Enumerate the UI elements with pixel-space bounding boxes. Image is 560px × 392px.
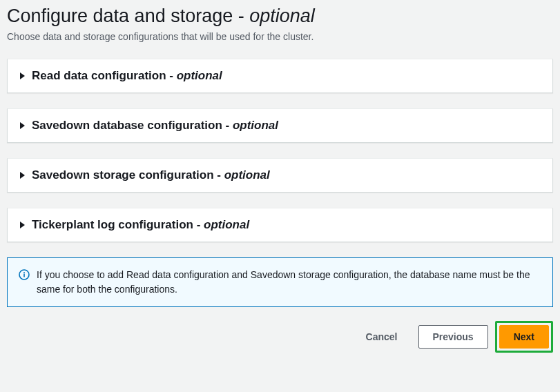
panel-title-savedown-storage: Savedown storage configuration - optiona…	[32, 168, 270, 182]
svg-rect-1	[23, 274, 25, 277]
panel-title-main: Read data configuration -	[32, 69, 177, 82]
page-title-optional: optional	[249, 6, 315, 26]
panel-title-main: Savedown storage configuration -	[32, 168, 224, 182]
previous-button[interactable]: Previous	[418, 325, 488, 349]
panel-title-optional: optional	[224, 168, 270, 182]
info-icon	[19, 269, 30, 280]
panel-title-optional: optional	[177, 69, 222, 82]
panel-title-optional: optional	[204, 218, 249, 231]
panel-toggle-tickerplant-log[interactable]: Tickerplant log configuration - optional	[20, 218, 540, 232]
panel-title-main: Tickerplant log configuration -	[32, 218, 204, 231]
caret-right-icon	[20, 122, 25, 129]
panel-title-read-data: Read data configuration - optional	[32, 69, 222, 83]
info-alert: If you choose to add Read data configura…	[7, 257, 553, 307]
panel-savedown-database: Savedown database configuration - option…	[7, 108, 553, 143]
panel-read-data: Read data configuration - optional	[7, 59, 553, 93]
panel-savedown-storage: Savedown storage configuration - optiona…	[7, 158, 553, 193]
panel-toggle-read-data[interactable]: Read data configuration - optional	[20, 69, 540, 83]
page-subtext: Choose data and storage configurations t…	[7, 31, 553, 42]
panel-toggle-savedown-storage[interactable]: Savedown storage configuration - optiona…	[20, 168, 540, 182]
caret-right-icon	[20, 172, 25, 179]
next-button-highlight: Next	[495, 321, 553, 353]
cancel-button[interactable]: Cancel	[352, 326, 412, 348]
panel-title-optional: optional	[233, 119, 278, 132]
panel-title-savedown-database: Savedown database configuration - option…	[32, 119, 278, 133]
next-button[interactable]: Next	[499, 325, 549, 349]
panel-title-main: Savedown database configuration -	[32, 119, 233, 132]
page-title-main: Configure data and storage -	[7, 6, 249, 26]
page-title: Configure data and storage - optional	[7, 6, 553, 27]
caret-right-icon	[20, 222, 25, 228]
svg-rect-2	[23, 272, 25, 273]
panel-tickerplant-log: Tickerplant log configuration - optional	[7, 208, 553, 242]
caret-right-icon	[20, 72, 25, 79]
button-bar: Cancel Previous Next	[7, 321, 553, 353]
panel-title-tickerplant-log: Tickerplant log configuration - optional	[32, 218, 249, 232]
panel-toggle-savedown-database[interactable]: Savedown database configuration - option…	[20, 119, 540, 133]
info-text: If you choose to add Read data configura…	[37, 268, 541, 297]
